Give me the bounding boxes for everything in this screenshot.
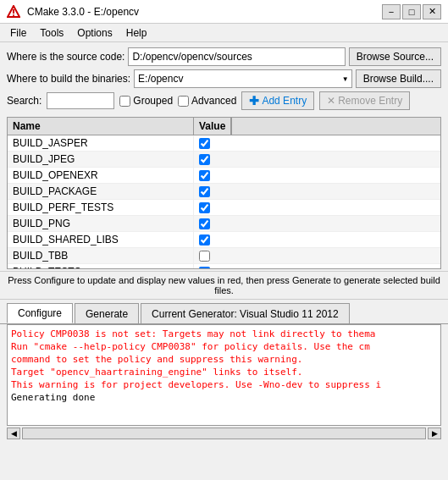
row-checkbox[interactable] <box>199 234 210 246</box>
close-button[interactable]: ✕ <box>423 4 441 19</box>
output-line: Target "opencv_haartraining_engine" link… <box>11 367 437 378</box>
table-row: BUILD_JASPER <box>8 135 440 152</box>
output-line: This warning is for project developers. … <box>11 379 437 390</box>
table-cell-name: BUILD_PERF_TESTS <box>8 200 194 215</box>
tab-configure[interactable]: Configure <box>7 303 73 323</box>
source-input[interactable] <box>128 47 345 66</box>
col-value-header: Value <box>194 118 231 135</box>
title-bar: CMake 3.3.0 - E:/opencv − □ ✕ <box>0 0 448 24</box>
table-header: Name Value <box>8 118 440 135</box>
scroll-left-button[interactable]: ◀ <box>7 428 20 439</box>
table-row: BUILD_PERF_TESTS <box>8 200 440 216</box>
table-row: BUILD_TESTS <box>8 264 440 269</box>
grouped-label: Grouped <box>133 95 173 107</box>
build-row: Where to build the binaries: E:/opencv ▼… <box>7 69 441 88</box>
tab-configure-label: Configure <box>18 307 62 319</box>
entries-table[interactable]: Name Value BUILD_JASPER BUILD_JPEG BUILD… <box>7 117 441 269</box>
table-row: BUILD_JPEG <box>8 152 440 168</box>
advanced-label: Advanced <box>191 95 236 107</box>
row-checkbox[interactable] <box>199 170 210 181</box>
add-entry-label: Add Entry <box>262 95 307 107</box>
table-cell-value[interactable] <box>194 136 440 151</box>
search-label: Search: <box>7 95 41 107</box>
status-area: Press Configure to update and display ne… <box>0 271 448 299</box>
source-label: Where is the source code: <box>7 51 124 63</box>
horizontal-scrollbar[interactable] <box>22 428 426 439</box>
x-icon: ✕ <box>327 95 335 107</box>
row-checkbox[interactable] <box>199 138 210 149</box>
tabs-area: Configure Generate Current Generator: Vi… <box>0 299 448 323</box>
remove-entry-label: Remove Entry <box>338 95 402 107</box>
table-row: BUILD_SHARED_LIBS <box>8 232 440 248</box>
search-input[interactable] <box>47 92 114 109</box>
plus-icon: ✚ <box>249 94 259 108</box>
window-title: CMake 3.3.0 - E:/opencv <box>27 6 375 18</box>
row-checkbox[interactable] <box>199 154 210 165</box>
output-border: Policy CMP0038 is not set: Targets may n… <box>0 323 448 426</box>
advanced-checkbox-label[interactable]: Advanced <box>178 95 236 107</box>
tab-generator-label: Current Generator: Visual Studio 11 2012 <box>152 308 339 320</box>
table-cell-value[interactable] <box>194 168 440 183</box>
tab-generator[interactable]: Current Generator: Visual Studio 11 2012 <box>141 303 350 323</box>
table-cell-name: BUILD_JPEG <box>8 152 194 167</box>
svg-point-2 <box>13 14 14 16</box>
maximize-button[interactable]: □ <box>402 4 421 19</box>
row-checkbox[interactable] <box>199 202 210 213</box>
table-cell-value[interactable] <box>194 265 440 270</box>
table-cell-value[interactable] <box>194 217 440 231</box>
table-row: BUILD_PNG <box>8 216 440 232</box>
table-cell-value[interactable] <box>194 201 440 215</box>
advanced-checkbox[interactable] <box>178 96 189 107</box>
grouped-checkbox[interactable] <box>119 96 130 107</box>
menu-options[interactable]: Options <box>70 25 119 41</box>
browse-source-button[interactable]: Browse Source... <box>349 47 441 66</box>
tab-generate-label: Generate <box>86 308 128 320</box>
horizontal-scrollbar-area: ◀ ▶ <box>7 428 441 439</box>
menu-file[interactable]: File <box>3 25 33 41</box>
row-checkbox[interactable] <box>199 186 210 197</box>
app-icon <box>7 5 20 19</box>
output-line: Run "cmake --help-policy CMP0038" for po… <box>11 341 437 352</box>
form-area: Where is the source code: Browse Source.… <box>0 42 448 117</box>
tab-generate[interactable]: Generate <box>75 303 139 323</box>
table-cell-name: BUILD_TBB <box>8 248 194 263</box>
output-line: Policy CMP0038 is not set: Targets may n… <box>11 328 437 339</box>
row-checkbox[interactable] <box>199 267 210 270</box>
add-entry-button[interactable]: ✚ Add Entry <box>241 91 314 110</box>
menu-tools[interactable]: Tools <box>33 25 70 41</box>
table-cell-value[interactable] <box>194 185 440 199</box>
table-row: BUILD_PACKAGE <box>8 184 440 200</box>
table-cell-value[interactable] <box>194 249 440 263</box>
browse-build-button[interactable]: Browse Build.... <box>356 69 441 88</box>
source-row: Where is the source code: Browse Source.… <box>7 47 441 66</box>
table-cell-name: BUILD_PACKAGE <box>8 184 194 199</box>
build-label: Where to build the binaries: <box>7 73 130 85</box>
output-line: command to set the policy and suppress t… <box>11 354 437 365</box>
table-row: BUILD_TBB <box>8 248 440 264</box>
output-area[interactable]: Policy CMP0038 is not set: Targets may n… <box>7 324 441 426</box>
build-select[interactable]: E:/opencv <box>134 69 352 88</box>
row-checkbox[interactable] <box>199 251 210 262</box>
table-cell-name: BUILD_SHARED_LIBS <box>8 232 194 247</box>
col-name-header: Name <box>8 118 194 135</box>
search-row: Search: Grouped Advanced ✚ Add Entry ✕ R… <box>7 91 441 110</box>
menu-help[interactable]: Help <box>119 25 154 41</box>
status-text: Press Configure to update and display ne… <box>8 275 440 295</box>
output-line: Generating done <box>11 392 437 403</box>
row-checkbox[interactable] <box>199 218 210 229</box>
remove-entry-button[interactable]: ✕ Remove Entry <box>319 91 410 110</box>
table-cell-name: BUILD_JASPER <box>8 135 194 151</box>
table-cell-value[interactable] <box>194 233 440 247</box>
table-cell-name: BUILD_PNG <box>8 216 194 231</box>
minimize-button[interactable]: − <box>382 4 401 19</box>
window-controls: − □ ✕ <box>382 4 441 19</box>
table-cell-name: BUILD_OPENEXR <box>8 168 194 183</box>
scroll-right-button[interactable]: ▶ <box>428 428 441 439</box>
table-cell-name: BUILD_TESTS <box>8 264 194 269</box>
build-select-wrapper: E:/opencv ▼ <box>134 69 352 88</box>
table-row: BUILD_OPENEXR <box>8 168 440 184</box>
grouped-checkbox-label[interactable]: Grouped <box>119 95 173 107</box>
table-cell-value[interactable] <box>194 152 440 167</box>
menu-bar: File Tools Options Help <box>0 24 448 42</box>
table-body: BUILD_JASPER BUILD_JPEG BUILD_OPENEXR BU… <box>8 135 440 269</box>
